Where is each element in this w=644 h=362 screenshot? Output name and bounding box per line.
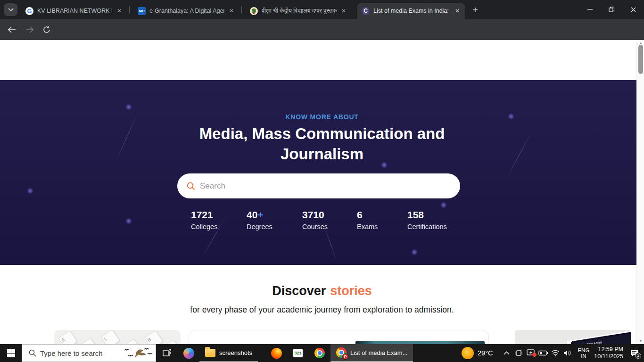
back-arrow-icon [8,26,16,33]
close-icon [631,7,636,12]
taskbar-item-chrome[interactable] [309,344,330,362]
hidden-icons-button[interactable] [500,351,512,355]
scrollbar-thumb[interactable] [638,45,643,74]
task-view-button[interactable] [156,344,178,362]
tab-separator [241,6,242,13]
stat-value: 1721 [191,209,213,220]
stat-value: 40 [247,209,257,220]
particle-dot [411,249,418,255]
battery-icon [538,350,548,356]
particle-dot [125,218,132,224]
taskbar-item-media-player[interactable]: 321 [287,344,309,362]
forward-button[interactable] [23,23,37,37]
language-indicator[interactable]: ENG IN [578,347,589,359]
speaker-icon [563,350,572,356]
tab-media-exams-active[interactable]: C List of media Exams in India: Da ✕ [357,3,465,19]
tab-close-icon[interactable]: ✕ [453,7,462,15]
scroll-down-arrow[interactable]: ▼ [637,339,644,343]
stories-heading: Discoverstories [0,284,644,298]
system-tray: 29°C ENG IN [459,344,644,362]
window-controls [579,0,644,19]
new-tab-button[interactable]: + [470,4,481,16]
reload-icon [43,26,50,33]
stat-exams: 6 Exams [357,209,407,230]
search-highlight-birds-icon [122,346,153,361]
tab-title: KV LIBRARIAN NETWORK 5 FOR [37,8,112,14]
copilot-icon [183,348,194,359]
clock-time: 12:59 PM [594,346,623,353]
language-code: ENG [578,347,589,354]
close-window-button[interactable] [622,0,644,19]
tab-close-icon[interactable]: ✕ [339,7,348,15]
tab-close-icon[interactable]: ✕ [227,7,236,15]
media-player-321-icon: 321 [292,348,304,358]
forward-arrow-icon [25,26,34,33]
search-icon [29,349,36,357]
tray-battery[interactable] [537,350,549,356]
stat-label: Courses [302,223,357,230]
back-button[interactable] [5,23,19,37]
hero-title: Media, Mass Communication and Journalism [0,123,644,164]
particle-dot [440,202,447,208]
google-favicon-icon: G [25,7,33,15]
tab-title: List of media Exams in India: Da [373,8,450,14]
stat-degrees: 40+ Degrees [247,209,302,230]
tab-search-button[interactable] [4,3,17,16]
task-view-icon [163,349,171,357]
taskbar-clock[interactable]: 12:59 PM 10/11/2025 [594,346,623,360]
reload-button[interactable] [40,23,54,37]
tab-kvs-library[interactable]: पीएम श्री केंद्रीय विद्यालय दप्पर पुस्तक… [245,3,352,19]
hero-stats: 1721 Colleges 40+ Degrees 3710 Courses 6… [191,209,463,230]
restore-button[interactable] [601,0,622,19]
stat-suffix: + [257,209,263,220]
hero-search [177,173,460,198]
hero-title-line1: Media, Mass Communication and [0,123,644,144]
particle-dot [27,188,33,194]
stat-colleges: 1721 Colleges [191,209,247,230]
tab-close-icon[interactable]: ✕ [115,7,124,15]
tab-kv-librarian[interactable]: G KV LIBRARIAN NETWORK 5 FOR ✕ [21,3,127,19]
hero-search-input[interactable] [200,181,436,191]
tab-title: e-Granthalaya: A Digital Agenda [149,8,224,14]
tab-egranthalaya[interactable]: NIC e-Granthalaya: A Digital Agenda ✕ [133,3,239,19]
weather-sunny-icon[interactable] [462,347,474,359]
cast-device-icon [514,349,523,357]
stories-heading-black: Discover [272,284,326,298]
chevron-down-icon [8,8,14,12]
particle-dot [125,104,132,110]
chevron-up-icon [504,351,510,355]
explorer-window-label: screenshots [219,349,252,356]
taskbar-item-explorer[interactable]: screenshots [199,344,258,362]
action-center-button[interactable]: 1 [628,349,640,357]
browser-tab-bar: G KV LIBRARIAN NETWORK 5 FOR ✕ NIC e-Gra… [0,0,644,19]
kvs-favicon-icon [250,7,258,15]
stories-subtitle: for every phase of your academic journey… [0,305,644,315]
screen: G KV LIBRARIAN NETWORK 5 FOR ✕ NIC e-Gra… [0,0,644,362]
windows-taskbar: screenshots 321 P List of media Exam... … [0,344,644,362]
start-button[interactable] [0,344,22,362]
taskbar-item-chrome-active-window[interactable]: P List of media Exam... [330,344,413,362]
stat-label: Degrees [247,223,302,230]
tray-volume[interactable] [561,350,574,356]
search-icon [187,182,195,190]
tray-wifi[interactable] [549,350,561,356]
stat-value: 3710 [302,209,324,220]
tray-screen-share[interactable] [525,349,537,357]
nic-favicon-icon: NIC [138,7,146,15]
weather-temperature[interactable]: 29°C [478,349,493,357]
minimize-button[interactable] [579,0,601,19]
taskbar-search-box[interactable] [22,344,156,362]
stat-value: 158 [407,209,424,220]
active-window-label: List of media Exam... [350,349,407,356]
careers360-favicon-icon: C [362,7,370,15]
wifi-icon [551,350,560,356]
page-scrollbar[interactable]: ▲ ▼ [636,40,644,344]
profile-badge-icon: P [342,354,348,360]
copilot-button[interactable] [178,344,199,362]
taskbar-item-firefox[interactable] [265,344,287,362]
stat-value: 6 [357,209,363,220]
stories-heading-accent: stories [330,284,372,298]
tray-cast-device[interactable] [512,349,525,357]
hero-eyebrow: KNOW MORE ABOUT [0,113,644,121]
taskbar-search-input[interactable] [40,349,120,357]
